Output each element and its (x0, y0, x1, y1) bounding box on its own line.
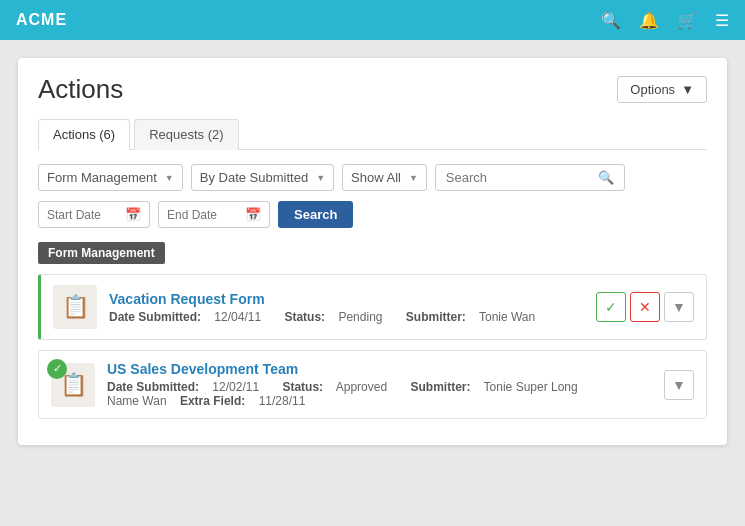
by-date-dropdown[interactable]: By Date Submitted (191, 164, 334, 191)
search-icon[interactable]: 🔍 (601, 11, 621, 30)
options-label: Options (630, 82, 675, 97)
start-date-input[interactable] (47, 208, 119, 222)
section-label: Form Management (38, 242, 165, 264)
form-management-dropdown[interactable]: Form Management (38, 164, 183, 191)
item-meta: Date Submitted: 12/02/11 Status: Approve… (107, 380, 652, 394)
show-all-dropdown[interactable]: Show All (342, 164, 427, 191)
extra-name: Name Wan (107, 394, 167, 408)
top-nav: ACME 🔍 🔔 🛒 ☰ (0, 0, 745, 40)
main-card: Actions Options ▼ Actions (6) Requests (… (18, 58, 727, 445)
list-item: 📋 Vacation Request Form Date Submitted: … (38, 274, 707, 340)
date-label: Date Submitted: 12/04/11 (109, 310, 274, 324)
form-icon: 📋 (62, 294, 89, 320)
calendar-icon-end: 📅 (245, 207, 261, 222)
reject-button[interactable]: ✕ (630, 292, 660, 322)
search-icon: 🔍 (598, 170, 614, 185)
item-actions: ▼ (664, 370, 694, 400)
end-date-wrap: 📅 (158, 201, 270, 228)
search-button[interactable]: Search (278, 201, 353, 228)
item-meta: Date Submitted: 12/04/11 Status: Pending… (109, 310, 584, 324)
item-icon: 📋 (53, 285, 97, 329)
item-title-wrap: US Sales Development Team (107, 361, 652, 380)
more-button[interactable]: ▼ (664, 292, 694, 322)
filter-row: Form Management By Date Submitted Show A… (38, 164, 707, 191)
item-content: US Sales Development Team Date Submitted… (107, 361, 652, 408)
item-actions: ✓ ✕ ▼ (596, 292, 694, 322)
calendar-icon: 📅 (125, 207, 141, 222)
more-button[interactable]: ▼ (664, 370, 694, 400)
extra-field-label: Extra Field: 11/28/11 (180, 394, 315, 408)
search-box[interactable]: 🔍 (435, 164, 625, 191)
approved-badge: ✓ (47, 359, 67, 379)
item-title[interactable]: Vacation Request Form (109, 291, 584, 307)
date-row: 📅 📅 Search (38, 201, 707, 228)
item-extra-meta: Name Wan Extra Field: 11/28/11 (107, 394, 652, 408)
options-chevron-icon: ▼ (681, 82, 694, 97)
approve-button[interactable]: ✓ (596, 292, 626, 322)
item-icon-wrap: 📋 ✓ (51, 363, 95, 407)
submitter-label: Submitter: Tonie Wan (406, 310, 545, 324)
tabs-container: Actions (6) Requests (2) (38, 119, 707, 150)
options-button[interactable]: Options ▼ (617, 76, 707, 103)
cart-icon[interactable]: 🛒 (677, 11, 697, 30)
logo: ACME (16, 11, 67, 29)
status-label: Status: Approved (282, 380, 400, 394)
menu-icon[interactable]: ☰ (715, 11, 729, 30)
submitter-label: Submitter: Tonie Super Long (410, 380, 587, 394)
tab-requests[interactable]: Requests (2) (134, 119, 238, 150)
end-date-input[interactable] (167, 208, 239, 222)
list-item: 📋 ✓ US Sales Development Team Date Submi… (38, 350, 707, 419)
status-label: Status: Pending (284, 310, 395, 324)
page-title: Actions (38, 74, 123, 105)
item-content: Vacation Request Form Date Submitted: 12… (109, 291, 584, 324)
start-date-wrap: 📅 (38, 201, 150, 228)
search-input[interactable] (446, 170, 594, 185)
nav-icons: 🔍 🔔 🛒 ☰ (601, 11, 729, 30)
item-title[interactable]: US Sales Development Team (107, 361, 298, 377)
page-header: Actions Options ▼ (38, 74, 707, 105)
tab-actions[interactable]: Actions (6) (38, 119, 130, 150)
bell-icon[interactable]: 🔔 (639, 11, 659, 30)
date-label: Date Submitted: 12/02/11 (107, 380, 272, 394)
